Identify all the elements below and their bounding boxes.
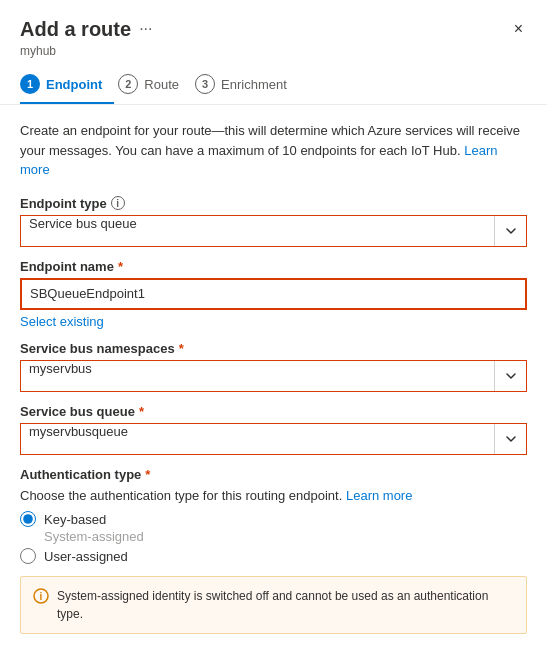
service-bus-queue-label: Service bus queue *: [20, 404, 527, 419]
service-bus-namespaces-label-text: Service bus namespaces: [20, 341, 175, 356]
auth-type-label: Authentication type *: [20, 467, 527, 482]
warning-icon: i: [33, 588, 49, 607]
service-bus-queue-dropdown[interactable]: myservbusqueue: [20, 423, 527, 455]
steps-row: 1 Endpoint 2 Route 3 Enrichment: [20, 66, 527, 104]
service-bus-namespaces-chevron[interactable]: [494, 361, 526, 391]
service-bus-namespaces-value: myservbus: [21, 361, 494, 391]
service-bus-queue-required: *: [139, 404, 144, 419]
chevron-down-icon: [506, 436, 516, 442]
step-3-circle: 3: [195, 74, 215, 94]
radio-item-user-assigned: User-assigned: [20, 548, 527, 564]
endpoint-type-label: Endpoint type i: [20, 196, 527, 211]
panel-subtitle: myhub: [20, 44, 527, 58]
auth-type-description-text: Choose the authentication type for this …: [20, 488, 342, 503]
step-route[interactable]: 2 Route: [118, 66, 191, 104]
auth-type-radio-group: Key-based System-assigned User-assigned: [20, 511, 527, 564]
step-2-circle: 2: [118, 74, 138, 94]
step-1-circle: 1: [20, 74, 40, 94]
panel-body: Create an endpoint for your route—this w…: [0, 105, 547, 670]
radio-key-based[interactable]: [20, 511, 36, 527]
service-bus-namespaces-dropdown[interactable]: myservbus: [20, 360, 527, 392]
service-bus-queue-value: myservbusqueue: [21, 424, 494, 454]
endpoint-name-label-text: Endpoint name: [20, 259, 114, 274]
service-bus-namespaces-required: *: [179, 341, 184, 356]
step-3-label: Enrichment: [221, 77, 287, 92]
system-assigned-sublabel: System-assigned: [44, 529, 144, 544]
endpoint-type-info-icon[interactable]: i: [111, 196, 125, 210]
service-bus-queue-label-text: Service bus queue: [20, 404, 135, 419]
step-1-label: Endpoint: [46, 77, 102, 92]
endpoint-name-input[interactable]: [20, 278, 527, 310]
select-existing-link[interactable]: Select existing: [20, 314, 104, 329]
svg-text:i: i: [40, 591, 43, 602]
description-text: Create an endpoint for your route—this w…: [20, 123, 520, 158]
add-route-panel: Add a route ··· × myhub 1 Endpoint 2 Rou…: [0, 0, 547, 670]
radio-key-based-label[interactable]: Key-based: [44, 512, 106, 527]
panel-header: Add a route ··· × myhub 1 Endpoint 2 Rou…: [0, 0, 547, 105]
auth-type-label-text: Authentication type: [20, 467, 141, 482]
warning-banner-text: System-assigned identity is switched off…: [57, 587, 514, 623]
endpoint-type-label-text: Endpoint type: [20, 196, 107, 211]
service-bus-namespaces-field: Service bus namespaces * myservbus: [20, 341, 527, 392]
service-bus-queue-field: Service bus queue * myservbusqueue: [20, 404, 527, 455]
step-2-label: Route: [144, 77, 179, 92]
auth-type-description: Choose the authentication type for this …: [20, 486, 527, 506]
auth-type-field: Authentication type * Choose the authent…: [20, 467, 527, 565]
endpoint-name-required: *: [118, 259, 123, 274]
endpoint-name-field: Endpoint name * Select existing: [20, 259, 527, 329]
auth-type-required: *: [145, 467, 150, 482]
step-endpoint[interactable]: 1 Endpoint: [20, 66, 114, 104]
radio-user-assigned[interactable]: [20, 548, 36, 564]
endpoint-name-label: Endpoint name *: [20, 259, 527, 274]
endpoint-type-dropdown[interactable]: Service bus queue: [20, 215, 527, 247]
chevron-down-icon: [506, 373, 516, 379]
auth-type-learn-more-link[interactable]: Learn more: [346, 488, 412, 503]
close-icon[interactable]: ×: [510, 16, 527, 42]
chevron-down-icon: [506, 228, 516, 234]
description: Create an endpoint for your route—this w…: [20, 121, 527, 180]
title-area: Add a route ···: [20, 18, 152, 41]
endpoint-type-chevron[interactable]: [494, 216, 526, 246]
step-enrichment[interactable]: 3 Enrichment: [195, 66, 299, 104]
service-bus-namespaces-label: Service bus namespaces *: [20, 341, 527, 356]
radio-item-key-based: Key-based: [20, 511, 527, 527]
warning-banner: i System-assigned identity is switched o…: [20, 576, 527, 634]
radio-item-system-assigned: System-assigned: [44, 529, 527, 544]
panel-title: Add a route: [20, 18, 131, 41]
radio-user-assigned-label[interactable]: User-assigned: [44, 549, 128, 564]
more-options-icon[interactable]: ···: [139, 20, 152, 38]
endpoint-type-field: Endpoint type i Service bus queue: [20, 196, 527, 247]
service-bus-queue-chevron[interactable]: [494, 424, 526, 454]
endpoint-type-value: Service bus queue: [21, 216, 494, 246]
